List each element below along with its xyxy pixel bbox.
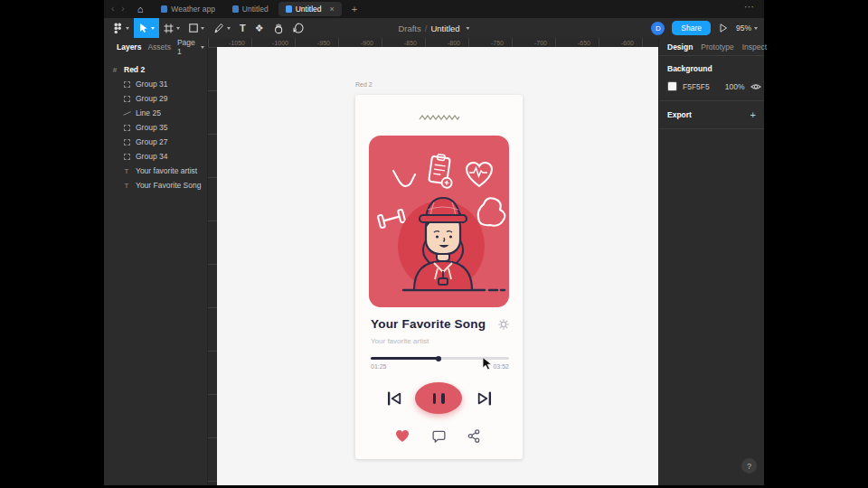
layer-name: Red 2: [124, 65, 145, 74]
group-icon: [122, 139, 131, 145]
ruler-label: -750: [476, 38, 519, 47]
export-section: Export +: [659, 101, 764, 129]
jump-rope-icon: [393, 171, 415, 186]
like-heart-icon[interactable]: [395, 429, 410, 443]
more-menu-icon[interactable]: ⋯: [744, 1, 755, 13]
text-tool-button[interactable]: T: [235, 18, 250, 38]
nav-back-icon[interactable]: ‹: [108, 5, 118, 14]
opacity-value[interactable]: 100%: [725, 82, 745, 91]
song-title[interactable]: Your Favorite Song: [371, 317, 486, 331]
ruler-label: -850: [389, 38, 432, 47]
file-tab-weather-app[interactable]: Weather app: [154, 2, 222, 16]
close-tab-icon[interactable]: ×: [330, 5, 335, 14]
tab-label: Weather app: [171, 5, 215, 14]
breadcrumb-location[interactable]: Drafts: [398, 23, 420, 33]
breadcrumb[interactable]: Drafts / Untitled: [398, 18, 469, 38]
file-icon: [161, 5, 167, 13]
tab-inspect[interactable]: Inspect: [742, 42, 767, 52]
export-section-title: Export: [667, 110, 692, 119]
layer-row-group-35[interactable]: Group 35: [104, 120, 207, 135]
transport-controls: [355, 382, 523, 415]
ruler-label: -700: [519, 38, 562, 47]
song-title-row: Your Favorite Song: [371, 317, 509, 331]
layer-row-group-29[interactable]: Group 29: [104, 91, 207, 106]
file-icon: [232, 5, 239, 13]
group-icon: [122, 96, 131, 102]
tab-layers[interactable]: Layers: [117, 42, 141, 52]
nav-forward-icon[interactable]: ›: [118, 5, 127, 14]
inspector-panel: Design Prototype Inspect Background F5F5…: [658, 38, 764, 485]
artist-name[interactable]: Your favorite artist: [371, 337, 429, 345]
layer-row-your-favorite-song[interactable]: T Your Favorite Song: [104, 178, 207, 192]
pen-icon: [213, 23, 224, 33]
file-icon: [286, 5, 292, 13]
layer-name: Group 31: [136, 80, 167, 89]
tab-assets[interactable]: Assets: [147, 42, 171, 52]
social-actions: [355, 429, 523, 444]
share-icon[interactable]: [467, 429, 480, 443]
add-export-icon[interactable]: +: [750, 109, 756, 120]
layer-row-your-favorite-artist[interactable]: T Your favorite artist: [104, 164, 207, 178]
person-illustration: [398, 198, 505, 291]
move-tool-button[interactable]: [134, 18, 159, 38]
gear-icon[interactable]: [498, 319, 509, 330]
pen-tool-button[interactable]: [209, 18, 235, 38]
comment-icon[interactable]: [432, 429, 446, 443]
ruler-label: -600: [606, 38, 649, 47]
group-icon: [122, 154, 131, 160]
chevron-down-icon: [201, 46, 204, 49]
heart-pulse-icon: [467, 163, 492, 186]
ruler-label: -800: [432, 38, 476, 47]
color-hex-value[interactable]: F5F5F5: [683, 82, 710, 91]
layer-row-group-31[interactable]: Group 31: [104, 77, 207, 91]
layer-row-group-34[interactable]: Group 34: [104, 149, 207, 164]
chevron-down-icon: [151, 27, 155, 30]
music-player-frame[interactable]: Your Favorite Song Your favorite artist: [355, 95, 523, 459]
home-icon[interactable]: ⌂: [137, 5, 144, 14]
hand-icon: [273, 23, 284, 34]
avatar[interactable]: D: [651, 22, 665, 35]
new-tab-button[interactable]: +: [352, 4, 357, 14]
color-swatch[interactable]: [667, 81, 677, 91]
page-selector[interactable]: Page 1: [177, 38, 204, 56]
comment-bubble-icon: [293, 23, 304, 33]
layers-panel: Layers Assets Page 1 # Red 2 Group 31 Gr…: [104, 38, 208, 485]
zoom-control[interactable]: 95%: [736, 23, 758, 33]
layer-row-red-2[interactable]: # Red 2: [104, 62, 207, 77]
tab-design[interactable]: Design: [667, 42, 693, 52]
pause-icon: [433, 393, 437, 404]
frame-icon: #: [110, 66, 119, 74]
ruler-label: -1000: [259, 38, 302, 47]
breadcrumb-file-name[interactable]: Untitled: [430, 23, 459, 33]
next-track-button[interactable]: [476, 389, 493, 408]
component-tool-button[interactable]: ❖: [250, 18, 269, 38]
toolbar: T ❖ Drafts / Untitled D Share: [104, 18, 764, 38]
present-play-icon[interactable]: [718, 23, 729, 33]
layer-row-group-27[interactable]: Group 27: [104, 135, 207, 149]
file-tab-untitled-2-active[interactable]: Untitled ×: [278, 2, 342, 16]
progress-handle[interactable]: [436, 356, 441, 361]
canvas[interactable]: Red 2: [217, 47, 658, 485]
background-color-row: F5F5F5 100%: [667, 81, 756, 91]
chevron-down-icon: [467, 27, 470, 30]
frame-tool-button[interactable]: [159, 18, 184, 38]
tab-bar: ‹ › ⌂ Weather app Untitled Untitled × + …: [104, 0, 764, 18]
help-button[interactable]: ?: [741, 458, 757, 474]
squiggle-decoration[interactable]: [419, 114, 460, 121]
chevron-down-icon: [176, 27, 180, 30]
file-tab-untitled-1[interactable]: Untitled: [225, 2, 276, 16]
group-icon: [122, 81, 131, 88]
hand-tool-button[interactable]: [269, 18, 288, 38]
tab-prototype[interactable]: Prototype: [701, 42, 733, 52]
share-button[interactable]: Share: [672, 21, 711, 35]
visibility-eye-icon[interactable]: [750, 82, 761, 91]
previous-track-button[interactable]: [386, 389, 402, 408]
tab-label: Untitled: [242, 5, 269, 14]
comment-tool-button[interactable]: [288, 18, 308, 38]
layer-row-line-25[interactable]: Line 25: [104, 106, 207, 120]
main-menu-button[interactable]: [108, 18, 134, 38]
pause-button[interactable]: [415, 382, 462, 414]
album-art-card[interactable]: [369, 136, 509, 307]
shape-tool-button[interactable]: [184, 18, 209, 38]
frame-name-label[interactable]: Red 2: [355, 81, 373, 88]
